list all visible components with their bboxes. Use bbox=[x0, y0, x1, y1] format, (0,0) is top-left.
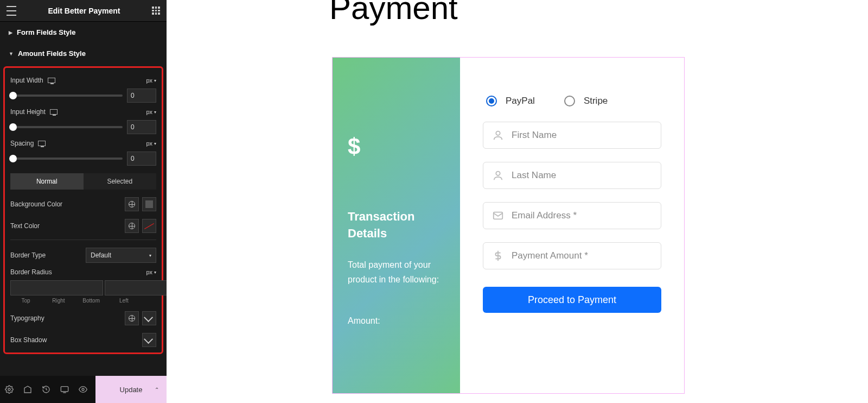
panel-title: Edit Better Payment bbox=[16, 7, 152, 15]
last-name-field[interactable]: Last Name bbox=[483, 162, 661, 189]
transaction-details-text: Total payment of your product in the fol… bbox=[348, 257, 445, 287]
box-shadow-label: Box Shadow bbox=[10, 336, 47, 344]
input-width-value[interactable] bbox=[127, 89, 156, 103]
responsive-icon[interactable] bbox=[50, 109, 58, 115]
tab-normal[interactable]: Normal bbox=[10, 173, 84, 190]
navigator-button[interactable] bbox=[18, 376, 37, 403]
text-color-label: Text Color bbox=[10, 222, 40, 230]
payment-amount-field[interactable]: Payment Amount * bbox=[483, 242, 661, 269]
payment-widget: $ Transaction Details Total payment of y… bbox=[332, 57, 685, 394]
user-icon bbox=[492, 129, 504, 141]
responsive-button[interactable] bbox=[55, 376, 74, 403]
bg-color-picker[interactable] bbox=[142, 197, 156, 211]
typography-label: Typography bbox=[10, 314, 44, 322]
border-radius-top[interactable] bbox=[10, 280, 103, 295]
amount-label: Amount: bbox=[348, 316, 445, 326]
preview-button[interactable] bbox=[74, 376, 92, 403]
spacing-value[interactable] bbox=[127, 152, 156, 166]
proceed-button[interactable]: Proceed to Payment bbox=[483, 287, 661, 313]
chevron-up-icon[interactable]: ⌃ bbox=[155, 387, 159, 393]
radio-stripe[interactable]: Stripe bbox=[564, 96, 608, 106]
svg-point-5 bbox=[496, 172, 500, 175]
radio-icon bbox=[564, 96, 575, 106]
pencil-icon bbox=[144, 335, 153, 344]
transaction-details-title: Transaction Details bbox=[348, 209, 445, 242]
input-height-value[interactable] bbox=[127, 120, 156, 134]
bg-color-global[interactable] bbox=[125, 197, 139, 211]
input-height-slider[interactable] bbox=[10, 126, 123, 128]
input-width-unit-select[interactable]: px▾ bbox=[146, 77, 156, 84]
typography-edit[interactable] bbox=[142, 311, 156, 325]
spacing-slider[interactable] bbox=[10, 158, 123, 160]
apps-icon[interactable] bbox=[152, 7, 160, 15]
pencil-icon bbox=[144, 313, 153, 322]
section-form-fields-style[interactable]: ▶ Form Fields Style bbox=[0, 22, 167, 43]
svg-rect-1 bbox=[61, 387, 68, 392]
svg-point-4 bbox=[496, 131, 500, 135]
email-field[interactable]: Email Address * bbox=[483, 202, 661, 229]
amount-fields-controls: Input Width px▾ Input Height bbox=[3, 66, 163, 354]
dollar-icon: $ bbox=[348, 134, 445, 160]
chevron-down-icon: ▼ bbox=[9, 51, 14, 56]
svg-point-0 bbox=[8, 388, 10, 391]
radio-paypal[interactable]: PayPal bbox=[486, 96, 535, 106]
box-shadow-edit[interactable] bbox=[142, 333, 156, 347]
text-color-picker[interactable] bbox=[142, 219, 156, 233]
dollar-icon bbox=[492, 250, 504, 262]
input-width-label: Input Width bbox=[10, 77, 43, 84]
section-amount-fields-style[interactable]: ▼ Amount Fields Style bbox=[0, 43, 167, 64]
spacing-label: Spacing bbox=[10, 140, 34, 147]
border-radius-unit-select[interactable]: px▾ bbox=[146, 269, 156, 275]
border-type-select[interactable]: Default ▾ bbox=[86, 248, 156, 263]
border-radius-right[interactable] bbox=[105, 280, 167, 295]
tab-selected[interactable]: Selected bbox=[84, 173, 157, 190]
first-name-field[interactable]: First Name bbox=[483, 122, 661, 149]
input-height-label: Input Height bbox=[10, 108, 46, 116]
input-height-unit-select[interactable]: px▾ bbox=[146, 109, 156, 115]
responsive-icon[interactable] bbox=[38, 141, 46, 146]
spacing-unit-select[interactable]: px▾ bbox=[146, 140, 156, 147]
mail-icon bbox=[492, 210, 504, 222]
background-color-label: Background Color bbox=[10, 200, 62, 208]
chevron-right-icon: ▶ bbox=[9, 30, 12, 35]
input-width-slider[interactable] bbox=[10, 95, 123, 97]
text-color-global[interactable] bbox=[125, 219, 139, 233]
radio-icon bbox=[486, 96, 497, 106]
svg-point-3 bbox=[82, 388, 84, 391]
settings-button[interactable] bbox=[0, 376, 18, 403]
user-icon bbox=[492, 169, 504, 181]
menu-icon[interactable] bbox=[7, 6, 16, 16]
typography-global[interactable] bbox=[125, 311, 139, 325]
border-radius-label: Border Radius bbox=[10, 268, 52, 276]
transaction-panel: $ Transaction Details Total payment of y… bbox=[333, 58, 460, 393]
page-title: Payment bbox=[329, 0, 458, 27]
update-button[interactable]: Update ⌃ bbox=[95, 376, 167, 403]
history-button[interactable] bbox=[37, 376, 55, 403]
border-type-label: Border Type bbox=[10, 251, 46, 259]
responsive-icon[interactable] bbox=[48, 78, 55, 83]
